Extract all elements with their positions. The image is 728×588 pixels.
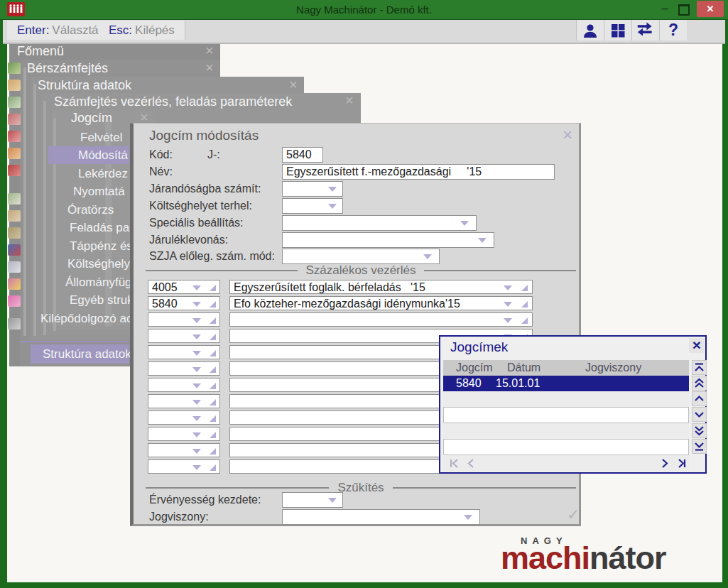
- menu-item-struktura-adatok-selected[interactable]: Struktúra adatok: [43, 347, 131, 361]
- menu-title-jogcim[interactable]: Jogcím: [71, 111, 112, 126]
- scroll-pagedown-button[interactable]: [692, 423, 707, 438]
- percent-name-dropdown[interactable]: Egyszerűsített foglalk. bérfeladás '15: [229, 280, 533, 294]
- menu-item-egyeb-struktura[interactable]: Egyéb struk: [70, 293, 134, 307]
- user-button[interactable]: [576, 20, 604, 40]
- menu-title-struktura-adatok[interactable]: Struktúra adatok: [38, 78, 131, 93]
- table-row[interactable]: [443, 391, 689, 407]
- modules-button[interactable]: [604, 20, 631, 40]
- chevron-up-icon: [694, 393, 705, 404]
- table-row[interactable]: [443, 439, 689, 455]
- kod-input[interactable]: 5840: [282, 147, 323, 163]
- table-row-selected[interactable]: 5840 15.01.01: [443, 376, 689, 391]
- close-icon[interactable]: ×: [140, 111, 148, 124]
- table-row[interactable]: [443, 407, 689, 423]
- sidebar-icon[interactable]: [8, 244, 21, 256]
- sidebar-icon[interactable]: [8, 80, 21, 91]
- confirm-check-icon[interactable]: ✓: [567, 506, 580, 524]
- chevron-down-icon: [192, 449, 201, 454]
- window-edge: [43, 101, 46, 335]
- menu-item-lekerdezes[interactable]: Lekérdez: [78, 167, 128, 181]
- corner-resize-icon: [210, 383, 216, 389]
- percent-name-dropdown[interactable]: [229, 312, 533, 327]
- first-page-icon: [449, 458, 460, 469]
- sidebar-icon[interactable]: [8, 114, 21, 125]
- menu-title-berszamfejtes[interactable]: Bérszámfejtés: [27, 61, 108, 76]
- last-page-button[interactable]: [673, 457, 689, 469]
- percent-name-dropdown[interactable]: Efo közteher-mezőgazdasági idénymunka'15: [229, 296, 533, 310]
- percent-code-dropdown[interactable]: [148, 361, 220, 376]
- chevron-down-icon: [192, 285, 201, 290]
- sidebar-icon[interactable]: [8, 295, 21, 307]
- close-icon[interactable]: ×: [345, 94, 354, 107]
- close-icon[interactable]: ×: [205, 44, 214, 57]
- corner-resize-icon: [210, 399, 216, 405]
- menu-item-kilepodolgozo[interactable]: Kilépődolgozó ac: [40, 312, 132, 326]
- menu-item-koltseghely[interactable]: Költséghely: [67, 257, 130, 271]
- menu-item-oratorzs[interactable]: Óratörzs: [67, 203, 114, 217]
- scroll-down-button[interactable]: [692, 407, 707, 422]
- percent-code-dropdown[interactable]: [148, 410, 220, 425]
- menu-item-felvetel[interactable]: Felvétel: [80, 131, 123, 145]
- percent-code-dropdown[interactable]: [148, 329, 220, 343]
- switch-button[interactable]: [631, 20, 659, 40]
- close-icon[interactable]: ×: [289, 78, 298, 91]
- toolbar: Enter: Választás Esc: Kilépés ?: [3, 19, 725, 44]
- scroll-top-button[interactable]: [692, 360, 707, 375]
- jarulek-dropdown[interactable]: Nincs: [282, 232, 494, 248]
- sidebar-icon[interactable]: [8, 165, 21, 176]
- percent-code-dropdown[interactable]: [148, 312, 220, 327]
- jarandosag-dropdown[interactable]: Igen: [282, 181, 343, 197]
- sidebar-icon[interactable]: [8, 261, 21, 273]
- menu-item-nyomtatas[interactable]: Nyomtatá: [73, 185, 125, 199]
- help-button[interactable]: ?: [659, 20, 687, 40]
- column-jogviszony: Jogviszony: [585, 361, 641, 374]
- nev-input[interactable]: Egyszerűsített f.-mezőgazdasági '15: [282, 164, 555, 180]
- table-row[interactable]: [443, 423, 689, 439]
- close-icon[interactable]: ×: [689, 338, 705, 353]
- sidebar-icon[interactable]: [8, 210, 21, 222]
- menu-item-modositas[interactable]: Módosítá: [78, 148, 128, 163]
- specialis-dropdown[interactable]: Nincs: [282, 215, 477, 231]
- corner-resize-icon: [210, 301, 216, 307]
- scroll-bottom-button[interactable]: [692, 439, 707, 454]
- szja-dropdown[interactable]: Adómentes: [282, 249, 440, 264]
- sidebar-icon[interactable]: [8, 148, 21, 159]
- esc-hint-button[interactable]: Esc: Kilépés: [99, 21, 185, 40]
- percent-code-dropdown[interactable]: [148, 345, 220, 359]
- menu-item-allomanyfuggo[interactable]: Állományfüg: [65, 276, 132, 290]
- double-chevron-down-icon: [694, 425, 705, 436]
- sidebar-icon[interactable]: [8, 193, 21, 205]
- percent-code-dropdown[interactable]: [148, 443, 220, 457]
- menu-title-szamfejtes-vezerles[interactable]: Számfejtés vezérlés, feladás paraméterek: [54, 94, 292, 109]
- menu-title-fomenu[interactable]: Főmenü: [17, 44, 64, 59]
- scroll-pageup-button[interactable]: [692, 376, 707, 391]
- maximize-button[interactable]: [678, 4, 690, 16]
- percent-code-dropdown[interactable]: [148, 394, 220, 408]
- sidebar-icon[interactable]: [8, 227, 21, 239]
- menu-item-feladas-param[interactable]: Feladás par: [70, 221, 134, 235]
- percent-code-dropdown[interactable]: 4005: [148, 280, 220, 294]
- corner-resize-icon: [521, 301, 528, 307]
- sidebar-icon[interactable]: [8, 318, 21, 330]
- percent-code-dropdown[interactable]: [148, 459, 220, 474]
- close-button[interactable]: ✕: [697, 1, 724, 17]
- percent-code-dropdown[interactable]: [148, 378, 220, 392]
- close-icon[interactable]: ×: [563, 125, 572, 145]
- sidebar-icon[interactable]: [8, 131, 21, 142]
- sidebar-icon[interactable]: [8, 97, 21, 108]
- percent-code-dropdown[interactable]: [148, 427, 220, 441]
- koltseghely-dropdown[interactable]: Igen: [282, 198, 343, 214]
- section-title: Szűkítés: [329, 481, 392, 495]
- menu-item-tappenz[interactable]: Táppénz és: [70, 239, 133, 254]
- chevron-down-icon: [192, 432, 201, 437]
- sidebar-icon[interactable]: [8, 62, 21, 74]
- next-page-button[interactable]: [656, 457, 672, 469]
- first-page-button[interactable]: [446, 457, 462, 469]
- sidebar-icon[interactable]: [8, 278, 21, 290]
- minimize-button[interactable]: –: [657, 1, 673, 17]
- scroll-up-button[interactable]: [692, 391, 707, 406]
- jogviszony-dropdown[interactable]: [282, 509, 480, 525]
- prev-page-button[interactable]: [463, 457, 479, 469]
- close-icon[interactable]: ×: [205, 61, 214, 74]
- percent-code-dropdown[interactable]: 5840: [148, 296, 220, 310]
